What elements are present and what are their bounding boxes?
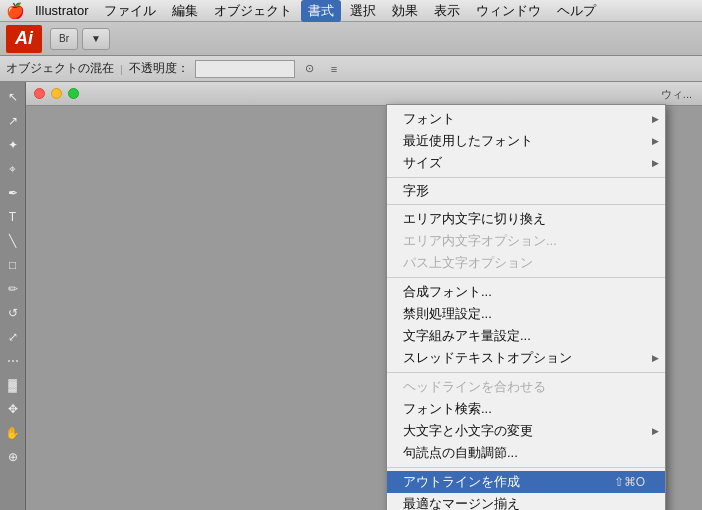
eyedropper-tool[interactable]: ✥ — [2, 398, 24, 420]
menubar-type[interactable]: 書式 — [301, 0, 341, 22]
scale-tool[interactable]: ⤢ — [2, 326, 24, 348]
menubar-window[interactable]: ウィンドウ — [469, 0, 548, 22]
maximize-button[interactable] — [68, 88, 79, 99]
menu-item-size[interactable]: サイズ — [387, 152, 665, 174]
brush-tool[interactable]: ✏ — [2, 278, 24, 300]
direct-selection-tool[interactable]: ↗ — [2, 110, 24, 132]
menu-item-font-search[interactable]: フォント検索... — [387, 398, 665, 420]
options-divider: | — [120, 63, 123, 75]
rect-tool[interactable]: □ — [2, 254, 24, 276]
opacity-label: 不透明度： — [129, 60, 189, 77]
menu-item-mojigumi[interactable]: 文字組みアキ量設定... — [387, 325, 665, 347]
menubar-file[interactable]: ファイル — [97, 0, 163, 22]
separator-3 — [387, 277, 665, 278]
type-tool[interactable]: T — [2, 206, 24, 228]
toolbar: Ai Br ▼ — [0, 22, 702, 56]
left-toolbar: ↖ ↗ ✦ ⌖ ✒ T ╲ □ ✏ ↺ ⤢ ⋯ ▓ ✥ ✋ ⊕ — [0, 82, 26, 510]
menubar-effect[interactable]: 効果 — [385, 0, 425, 22]
panel-tab[interactable]: ウィ... — [651, 82, 702, 106]
object-blend-label: オブジェクトの混在 — [6, 60, 114, 77]
canvas-area: ウィ... フォント 最近使用したフォント サイズ 字形 エリア内文字に切り換え — [26, 82, 702, 510]
bridge-button[interactable]: Br — [50, 28, 78, 50]
main-area: ↖ ↗ ✦ ⌖ ✒ T ╲ □ ✏ ↺ ⤢ ⋯ ▓ ✥ ✋ ⊕ ウィ... フォ… — [0, 82, 702, 510]
menubar: 🍎 Illustrator ファイル 編集 オブジェクト 書式 選択 効果 表示… — [0, 0, 702, 22]
gradient-tool[interactable]: ▓ — [2, 374, 24, 396]
options-bar: オブジェクトの混在 | 不透明度： ⊙ ≡ — [0, 56, 702, 82]
menu-item-thread-text[interactable]: スレッドテキストオプション — [387, 347, 665, 369]
menu-item-composite-font[interactable]: 合成フォント... — [387, 281, 665, 303]
menu-item-optical-margin[interactable]: 最適なマージン揃え — [387, 493, 665, 510]
separator-1 — [387, 177, 665, 178]
hand-tool[interactable]: ✋ — [2, 422, 24, 444]
separator-4 — [387, 372, 665, 373]
apple-menu[interactable]: 🍎 — [4, 2, 26, 20]
menu-item-path-text-options[interactable]: パス上文字オプション — [387, 252, 665, 274]
menubar-select[interactable]: 選択 — [343, 0, 383, 22]
menubar-object[interactable]: オブジェクト — [207, 0, 299, 22]
menu-item-area-text[interactable]: エリア内文字に切り換え — [387, 208, 665, 230]
magic-wand-tool[interactable]: ✦ — [2, 134, 24, 156]
minimize-button[interactable] — [51, 88, 62, 99]
separator-5 — [387, 467, 665, 468]
options-icon-1: ⊙ — [301, 60, 319, 78]
separator-2 — [387, 204, 665, 205]
menu-item-smart-punct[interactable]: 句読点の自動調節... — [387, 442, 665, 464]
zoom-tool[interactable]: ⊕ — [2, 446, 24, 468]
line-tool[interactable]: ╲ — [2, 230, 24, 252]
menu-item-kinsoku[interactable]: 禁則処理設定... — [387, 303, 665, 325]
menubar-view[interactable]: 表示 — [427, 0, 467, 22]
lasso-tool[interactable]: ⌖ — [2, 158, 24, 180]
close-button[interactable] — [34, 88, 45, 99]
document-titlebar: ウィ... — [26, 82, 702, 106]
menu-item-area-text-options[interactable]: エリア内文字オプション... — [387, 230, 665, 252]
menubar-illustrator[interactable]: Illustrator — [28, 1, 95, 20]
menu-section-character: 字形 — [387, 181, 665, 201]
type-menu-dropdown: フォント 最近使用したフォント サイズ 字形 エリア内文字に切り換え エリア内文… — [386, 104, 666, 510]
rotate-tool[interactable]: ↺ — [2, 302, 24, 324]
pen-tool[interactable]: ✒ — [2, 182, 24, 204]
menu-item-recent-font[interactable]: 最近使用したフォント — [387, 130, 665, 152]
opacity-input[interactable] — [195, 60, 295, 78]
selection-tool[interactable]: ↖ — [2, 86, 24, 108]
menu-item-headline-align[interactable]: ヘッドラインを合わせる — [387, 376, 665, 398]
options-icon-2: ≡ — [325, 60, 343, 78]
menubar-edit[interactable]: 編集 — [165, 0, 205, 22]
menubar-help[interactable]: ヘルプ — [550, 0, 603, 22]
create-outline-shortcut: ⇧⌘O — [614, 475, 645, 489]
app-logo: Ai — [6, 25, 42, 53]
toolbar-arrow[interactable]: ▼ — [82, 28, 110, 50]
blend-tool[interactable]: ⋯ — [2, 350, 24, 372]
menu-item-case-change[interactable]: 大文字と小文字の変更 — [387, 420, 665, 442]
menu-item-create-outline[interactable]: アウトラインを作成 ⇧⌘O — [387, 471, 665, 493]
menu-item-font[interactable]: フォント — [387, 108, 665, 130]
